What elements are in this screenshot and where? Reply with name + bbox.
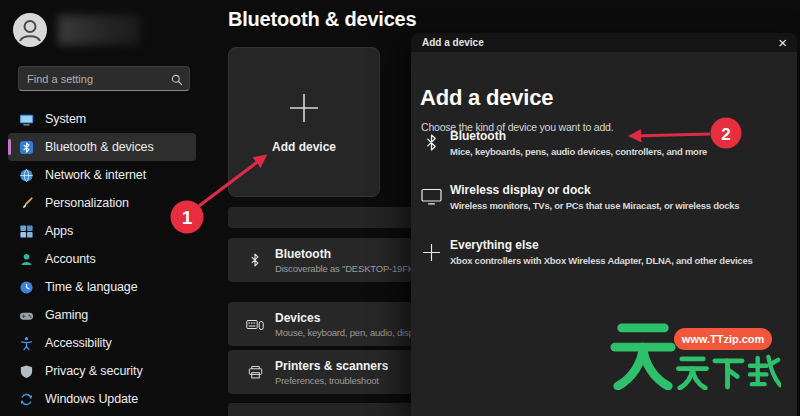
accounts-person-icon: [19, 252, 34, 267]
sidebar-item-label: Time & language: [45, 280, 138, 294]
bluetooth-icon: [19, 140, 34, 155]
page-title: Bluetooth & devices: [228, 8, 416, 31]
search-input[interactable]: [18, 66, 190, 91]
option-title: Everything else: [450, 238, 752, 252]
sidebar-item-label: System: [45, 112, 86, 126]
search-box[interactable]: [18, 66, 190, 91]
apps-grid-icon: [19, 224, 34, 239]
row-subtitle: Discoverable as "DESKTOP-19FKE68": [275, 263, 433, 274]
sidebar-item-accessibility[interactable]: Accessibility: [8, 329, 196, 357]
sidebar-item-network-internet[interactable]: Network & internet: [8, 161, 196, 189]
option-description: Xbox controllers with Xbox Wireless Adap…: [450, 255, 752, 266]
globe-icon: [19, 168, 34, 183]
option-title: Bluetooth: [450, 129, 707, 143]
sidebar-item-apps[interactable]: Apps: [8, 217, 196, 245]
add-device-label: Add device: [229, 140, 379, 154]
keyboard-mouse-icon: [246, 317, 264, 332]
row-title: Devices: [275, 311, 425, 325]
settings-nav: System Bluetooth & devices Network & int…: [8, 105, 204, 413]
avatar: [13, 13, 47, 47]
sidebar-item-label: Apps: [45, 224, 73, 238]
printer-icon: [246, 365, 264, 380]
row-title: Bluetooth: [275, 247, 433, 261]
monitor-icon: [419, 188, 443, 205]
bluetooth-icon: [246, 253, 264, 267]
sidebar-item-system[interactable]: System: [8, 105, 196, 133]
option-everything-else[interactable]: Everything else Xbox controllers with Xb…: [415, 235, 791, 281]
bluetooth-icon: [419, 134, 443, 151]
option-wireless-display[interactable]: Wireless display or dock Wireless monito…: [415, 180, 791, 226]
sidebar-item-accounts[interactable]: Accounts: [8, 245, 196, 273]
row-title: Printers & scanners: [275, 359, 388, 373]
dialog-titlebar: Add a device ×: [411, 33, 797, 52]
account-name-redacted: [58, 15, 140, 45]
row-subtitle: Mouse, keyboard, pen, audio, display: [275, 327, 425, 338]
sidebar-item-bluetooth-devices[interactable]: Bluetooth & devices: [8, 133, 196, 161]
sidebar-item-label: Gaming: [45, 308, 88, 322]
sidebar-item-label: Personalization: [45, 196, 129, 210]
close-icon[interactable]: ×: [778, 35, 787, 50]
dialog-heading: Add a device: [420, 85, 553, 111]
shield-icon: [19, 364, 34, 379]
dialog-titlebar-label: Add a device: [422, 37, 778, 48]
sidebar-item-label: Accessibility: [45, 336, 112, 350]
sidebar-item-windows-update[interactable]: Windows Update: [8, 385, 196, 413]
sidebar-item-label: Privacy & security: [45, 364, 143, 378]
person-icon: [13, 13, 47, 47]
sidebar-item-personalization[interactable]: Personalization: [8, 189, 196, 217]
sidebar-item-privacy-security[interactable]: Privacy & security: [8, 357, 196, 385]
plus-icon: [419, 243, 443, 262]
sidebar-item-gaming[interactable]: Gaming: [8, 301, 196, 329]
option-description: Mice, keyboards, pens, audio devices, co…: [450, 146, 707, 157]
update-arrows-icon: [19, 392, 34, 407]
sidebar-item-label: Windows Update: [45, 392, 138, 406]
system-icon: [19, 112, 34, 127]
sidebar-item-label: Network & internet: [45, 168, 146, 182]
paintbrush-icon: [19, 196, 34, 211]
clock-icon: [19, 280, 34, 295]
account-header[interactable]: [13, 12, 193, 48]
add-device-card[interactable]: Add device: [228, 47, 380, 197]
option-bluetooth[interactable]: Bluetooth Mice, keyboards, pens, audio d…: [415, 126, 791, 172]
gamepad-icon: [19, 308, 34, 323]
option-description: Wireless monitors, TVs, or PCs that use …: [450, 200, 739, 211]
row-subtitle: Preferences, troubleshoot: [275, 375, 388, 386]
plus-icon: [229, 90, 379, 130]
sidebar-item-time-language[interactable]: Time & language: [8, 273, 196, 301]
search-icon[interactable]: [171, 72, 183, 90]
accessibility-person-icon: [19, 336, 34, 351]
add-a-device-dialog: Add a device × Add a device Choose the k…: [411, 33, 797, 416]
sidebar-item-label: Bluetooth & devices: [45, 140, 154, 154]
option-title: Wireless display or dock: [450, 183, 739, 197]
sidebar-item-label: Accounts: [45, 252, 96, 266]
